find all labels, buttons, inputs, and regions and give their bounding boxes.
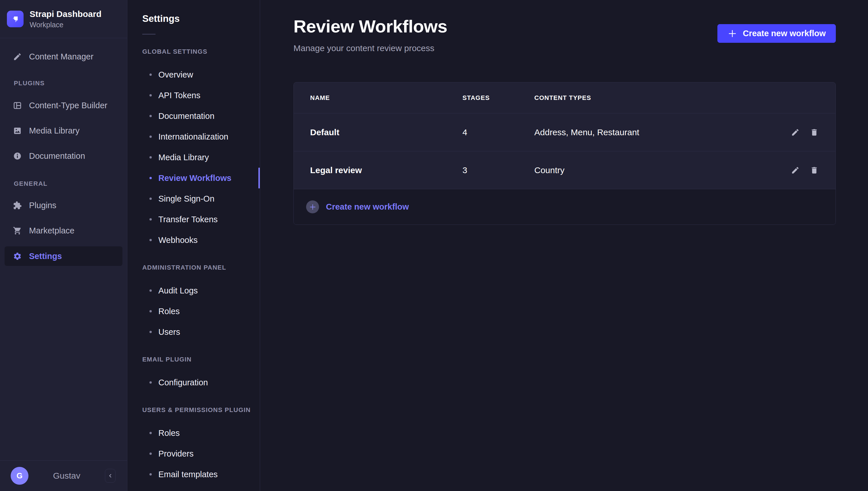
- edit-workflow-button[interactable]: [788, 125, 802, 139]
- bullet-icon: [150, 239, 152, 241]
- sidebar-item-documentation[interactable]: Documentation: [5, 146, 123, 166]
- bullet-icon: [150, 381, 152, 384]
- sidebar-section-general: GENERAL: [0, 179, 127, 188]
- brand-block[interactable]: Strapi Dashboard Workplace: [0, 0, 127, 38]
- bullet-icon: [150, 198, 152, 200]
- subnav-item-review-workflows[interactable]: Review Workflows: [127, 168, 260, 189]
- sidebar-item-media-library[interactable]: Media Library: [5, 121, 123, 140]
- sidebar-item-label: Plugins: [29, 201, 56, 210]
- subnav-item-label: Internationalization: [158, 132, 228, 142]
- subnav-item-internationalization[interactable]: Internationalization: [127, 126, 260, 147]
- subnav-item-label: Audit Logs: [158, 286, 198, 295]
- pen-icon: [13, 52, 22, 61]
- bullet-icon: [150, 115, 152, 117]
- subnav-item-label: Roles: [158, 307, 180, 316]
- subnav-item-media-library[interactable]: Media Library: [127, 147, 260, 168]
- subnav-item-overview[interactable]: Overview: [127, 64, 260, 85]
- subnav-item-api-tokens[interactable]: API Tokens: [127, 85, 260, 106]
- sidebar-item-label: Media Library: [29, 126, 80, 136]
- subnav-item-users[interactable]: Users: [127, 322, 260, 342]
- table-header-row: NAME STAGES CONTENT TYPES: [294, 82, 836, 113]
- subnav-item-providers[interactable]: Providers: [127, 443, 260, 464]
- brand-text: Strapi Dashboard Workplace: [30, 9, 102, 29]
- sidebar-item-label: Content-Type Builder: [29, 101, 107, 110]
- delete-workflow-button[interactable]: [807, 163, 821, 177]
- subnav-item-configuration[interactable]: Configuration: [127, 372, 260, 393]
- delete-workflow-button[interactable]: [807, 125, 821, 139]
- subnav-item-label: API Tokens: [158, 91, 200, 100]
- collapse-sidebar-button[interactable]: [105, 469, 115, 483]
- subnav-item-advanced-settings[interactable]: Advanced settings: [127, 485, 260, 491]
- plus-circle-icon: [306, 200, 319, 213]
- page-title: Review Workflows: [294, 16, 447, 36]
- subnav-item-label: Review Workflows: [158, 173, 232, 183]
- subnav-section-users-permissions-plugin: USERS & PERMISSIONS PLUGIN: [127, 406, 260, 414]
- page-header-text: Review Workflows Manage your content rev…: [294, 16, 447, 53]
- row-actions: [755, 125, 821, 139]
- chevron-left-icon: [108, 473, 113, 479]
- table-row-default[interactable]: Default 4 Address, Menu, Restaurant: [294, 113, 836, 151]
- sidebar-item-content-manager[interactable]: Content Manager: [5, 47, 123, 66]
- sidebar-item-label: Marketplace: [29, 226, 75, 235]
- bullet-icon: [150, 310, 152, 312]
- subnav-item-documentation[interactable]: Documentation: [127, 106, 260, 126]
- sidebar-section-plugins: PLUGINS: [0, 79, 127, 88]
- subnav-item-label: Configuration: [158, 378, 208, 387]
- trash-icon: [810, 128, 819, 137]
- workflow-stages: 4: [462, 127, 534, 137]
- puzzle-icon: [13, 201, 22, 210]
- subnav-item-label: Roles: [158, 428, 180, 438]
- subnav-item-label: Transfer Tokens: [158, 215, 218, 224]
- sidebar-item-marketplace[interactable]: Marketplace: [5, 221, 123, 240]
- workflows-table-card: NAME STAGES CONTENT TYPES Default 4 Addr…: [294, 82, 836, 225]
- bullet-icon: [150, 177, 152, 179]
- bullet-icon: [150, 218, 152, 221]
- table-footer-create-workflow[interactable]: Create new workflow: [294, 189, 836, 225]
- subnav-section-email-plugin: EMAIL PLUGIN: [127, 355, 260, 364]
- image-icon: [13, 126, 22, 135]
- row-actions: [755, 163, 821, 177]
- sidebar-item-label: Documentation: [29, 151, 85, 161]
- subnav-item-label: Documentation: [158, 111, 214, 121]
- avatar[interactable]: G: [11, 467, 28, 485]
- bullet-icon: [150, 432, 152, 434]
- settings-subnav: Settings GLOBAL SETTINGS Overview API To…: [127, 0, 260, 491]
- info-icon: [13, 152, 22, 161]
- bullet-icon: [150, 94, 152, 96]
- subnav-item-single-sign-on[interactable]: Single Sign-On: [127, 189, 260, 209]
- plus-icon: [309, 203, 317, 211]
- brand-title: Strapi Dashboard: [30, 9, 102, 19]
- column-header-stages: STAGES: [462, 94, 534, 102]
- sidebar-item-content-type-builder[interactable]: Content-Type Builder: [5, 96, 123, 115]
- table-row-legal-review[interactable]: Legal review 3 Country: [294, 151, 836, 189]
- bullet-icon: [150, 473, 152, 475]
- main-content: Review Workflows Manage your content rev…: [260, 0, 868, 491]
- page-header: Review Workflows Manage your content rev…: [294, 16, 836, 59]
- bullet-icon: [150, 156, 152, 158]
- subnav-item-transfer-tokens[interactable]: Transfer Tokens: [127, 209, 260, 230]
- sidebar-item-label: Content Manager: [29, 52, 93, 61]
- subnav-item-label: Overview: [158, 70, 193, 80]
- subnav-item-label: Webhooks: [158, 235, 198, 245]
- edit-workflow-button[interactable]: [788, 163, 802, 177]
- subnav-section-global-settings: GLOBAL SETTINGS: [127, 48, 260, 56]
- subnav-title: Settings: [127, 0, 260, 24]
- trash-icon: [810, 166, 819, 175]
- sidebar-item-plugins[interactable]: Plugins: [5, 196, 123, 215]
- subnav-item-label: Users: [158, 327, 180, 337]
- brand-subtitle: Workplace: [30, 21, 102, 29]
- bullet-icon: [150, 136, 152, 138]
- sidebar-item-settings[interactable]: Settings: [5, 247, 123, 266]
- strapi-logo-icon: [7, 11, 24, 27]
- bullet-icon: [150, 331, 152, 333]
- create-workflow-button[interactable]: Create new workflow: [717, 24, 836, 43]
- subnav-item-label: Providers: [158, 449, 194, 459]
- subnav-item-email-templates[interactable]: Email templates: [127, 464, 260, 485]
- page-subtitle: Manage your content review process: [294, 44, 447, 53]
- subnav-item-label: Single Sign-On: [158, 194, 214, 204]
- subnav-item-webhooks[interactable]: Webhooks: [127, 230, 260, 250]
- main-sidebar: Strapi Dashboard Workplace Content Manag…: [0, 0, 127, 491]
- subnav-item-roles[interactable]: Roles: [127, 301, 260, 322]
- subnav-item-up-roles[interactable]: Roles: [127, 423, 260, 443]
- subnav-item-audit-logs[interactable]: Audit Logs: [127, 280, 260, 301]
